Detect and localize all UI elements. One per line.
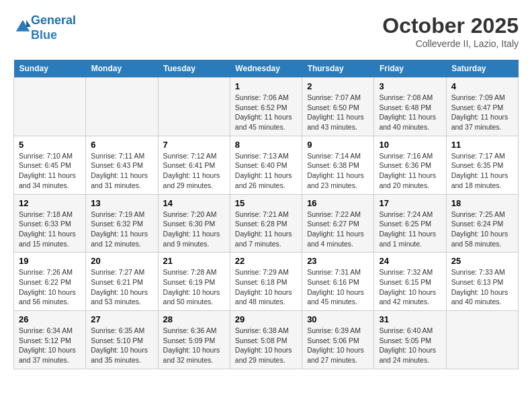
calendar-cell: 13Sunrise: 7:19 AMSunset: 6:32 PMDayligh… [86,194,158,253]
calendar-cell: 3Sunrise: 7:08 AMSunset: 6:48 PMDaylight… [374,78,446,136]
day-info: Sunrise: 7:17 AMSunset: 6:35 PMDaylight:… [451,151,513,191]
day-info: Sunrise: 7:21 AMSunset: 6:28 PMDaylight:… [235,210,297,249]
title-block: October 2025 Colleverde II, Lazio, Italy [382,13,519,49]
logo-line2: Blue [31,28,57,42]
day-number: 17 [379,198,441,208]
week-row-5: 26Sunrise: 6:34 AMSunset: 5:12 PMDayligh… [14,311,519,369]
day-number: 15 [235,198,297,208]
day-info: Sunrise: 7:10 AMSunset: 6:45 PMDaylight:… [19,151,81,191]
calendar-cell: 15Sunrise: 7:21 AMSunset: 6:28 PMDayligh… [230,194,302,253]
calendar-cell: 19Sunrise: 7:26 AMSunset: 6:22 PMDayligh… [14,253,86,311]
day-number: 4 [451,81,513,91]
weekday-header-friday: Friday [374,60,446,78]
day-info: Sunrise: 6:36 AMSunset: 5:09 PMDaylight:… [163,326,225,365]
calendar-cell: 17Sunrise: 7:24 AMSunset: 6:25 PMDayligh… [374,194,446,253]
week-row-1: 1Sunrise: 7:06 AMSunset: 6:52 PMDaylight… [14,78,519,136]
calendar-cell: 11Sunrise: 7:17 AMSunset: 6:35 PMDayligh… [446,136,518,194]
calendar-cell [14,78,86,136]
day-number: 25 [451,256,513,266]
calendar-cell: 30Sunrise: 6:39 AMSunset: 5:06 PMDayligh… [302,311,374,369]
calendar-cell: 20Sunrise: 7:27 AMSunset: 6:21 PMDayligh… [86,253,158,311]
location: Colleverde II, Lazio, Italy [382,38,519,49]
day-number: 18 [451,198,513,208]
day-number: 30 [307,314,369,324]
day-info: Sunrise: 7:33 AMSunset: 6:13 PMDaylight:… [451,267,513,307]
calendar-cell: 1Sunrise: 7:06 AMSunset: 6:52 PMDaylight… [230,78,302,136]
day-info: Sunrise: 7:28 AMSunset: 6:19 PMDaylight:… [163,267,225,307]
weekday-header-monday: Monday [86,60,158,78]
calendar-cell: 21Sunrise: 7:28 AMSunset: 6:19 PMDayligh… [158,253,230,311]
day-info: Sunrise: 7:32 AMSunset: 6:15 PMDaylight:… [379,267,441,307]
day-number: 27 [91,314,152,324]
calendar-cell: 8Sunrise: 7:13 AMSunset: 6:40 PMDaylight… [230,136,302,194]
calendar-cell [446,311,518,369]
weekday-header-sunday: Sunday [14,60,86,78]
logo-line1: General [31,13,76,27]
day-info: Sunrise: 7:25 AMSunset: 6:24 PMDaylight:… [451,210,513,249]
day-info: Sunrise: 7:08 AMSunset: 6:48 PMDaylight:… [379,93,441,132]
day-number: 6 [91,140,152,150]
calendar-cell: 23Sunrise: 7:31 AMSunset: 6:16 PMDayligh… [302,253,374,311]
weekday-header-saturday: Saturday [446,60,518,78]
day-info: Sunrise: 6:39 AMSunset: 5:06 PMDaylight:… [307,326,369,365]
calendar-cell: 18Sunrise: 7:25 AMSunset: 6:24 PMDayligh… [446,194,518,253]
calendar-cell: 10Sunrise: 7:16 AMSunset: 6:36 PMDayligh… [374,136,446,194]
calendar-cell: 28Sunrise: 6:36 AMSunset: 5:09 PMDayligh… [158,311,230,369]
week-row-3: 12Sunrise: 7:18 AMSunset: 6:33 PMDayligh… [14,194,519,253]
month-title: October 2025 [382,13,519,38]
calendar-cell: 31Sunrise: 6:40 AMSunset: 5:05 PMDayligh… [374,311,446,369]
day-info: Sunrise: 7:20 AMSunset: 6:30 PMDaylight:… [163,210,225,249]
day-number: 22 [235,256,297,266]
day-info: Sunrise: 7:13 AMSunset: 6:40 PMDaylight:… [235,151,297,191]
calendar-cell: 22Sunrise: 7:29 AMSunset: 6:18 PMDayligh… [230,253,302,311]
day-info: Sunrise: 7:27 AMSunset: 6:21 PMDaylight:… [91,267,152,307]
weekday-header-row: SundayMondayTuesdayWednesdayThursdayFrid… [14,60,519,78]
day-number: 10 [379,140,441,150]
calendar-table: SundayMondayTuesdayWednesdayThursdayFrid… [13,60,519,369]
logo: General Blue [13,13,76,42]
day-number: 2 [307,81,369,91]
calendar-cell: 16Sunrise: 7:22 AMSunset: 6:27 PMDayligh… [302,194,374,253]
weekday-header-tuesday: Tuesday [158,60,230,78]
calendar-cell: 26Sunrise: 6:34 AMSunset: 5:12 PMDayligh… [14,311,86,369]
calendar-cell: 25Sunrise: 7:33 AMSunset: 6:13 PMDayligh… [446,253,518,311]
day-number: 28 [163,314,225,324]
day-number: 1 [235,81,297,91]
calendar-cell: 6Sunrise: 7:11 AMSunset: 6:43 PMDaylight… [86,136,158,194]
day-number: 13 [91,198,152,208]
day-number: 5 [19,140,81,150]
logo-text: General Blue [31,13,76,42]
calendar-cell: 9Sunrise: 7:14 AMSunset: 6:38 PMDaylight… [302,136,374,194]
day-number: 26 [19,314,81,324]
day-info: Sunrise: 7:14 AMSunset: 6:38 PMDaylight:… [307,151,369,191]
day-info: Sunrise: 6:40 AMSunset: 5:05 PMDaylight:… [379,326,441,365]
calendar-cell: 12Sunrise: 7:18 AMSunset: 6:33 PMDayligh… [14,194,86,253]
calendar-cell: 27Sunrise: 6:35 AMSunset: 5:10 PMDayligh… [86,311,158,369]
day-number: 21 [163,256,225,266]
day-info: Sunrise: 7:24 AMSunset: 6:25 PMDaylight:… [379,210,441,249]
calendar-cell: 5Sunrise: 7:10 AMSunset: 6:45 PMDaylight… [14,136,86,194]
calendar-cell: 24Sunrise: 7:32 AMSunset: 6:15 PMDayligh… [374,253,446,311]
day-info: Sunrise: 7:09 AMSunset: 6:47 PMDaylight:… [451,93,513,132]
day-number: 11 [451,140,513,150]
week-row-2: 5Sunrise: 7:10 AMSunset: 6:45 PMDaylight… [14,136,519,194]
calendar-cell: 2Sunrise: 7:07 AMSunset: 6:50 PMDaylight… [302,78,374,136]
day-info: Sunrise: 7:16 AMSunset: 6:36 PMDaylight:… [379,151,441,191]
calendar-cell: 4Sunrise: 7:09 AMSunset: 6:47 PMDaylight… [446,78,518,136]
day-info: Sunrise: 7:19 AMSunset: 6:32 PMDaylight:… [91,210,152,249]
calendar-cell: 7Sunrise: 7:12 AMSunset: 6:41 PMDaylight… [158,136,230,194]
day-info: Sunrise: 7:22 AMSunset: 6:27 PMDaylight:… [307,210,369,249]
calendar-cell: 14Sunrise: 7:20 AMSunset: 6:30 PMDayligh… [158,194,230,253]
weekday-header-wednesday: Wednesday [230,60,302,78]
day-number: 12 [19,198,81,208]
weekday-header-thursday: Thursday [302,60,374,78]
day-number: 8 [235,140,297,150]
day-number: 20 [91,256,152,266]
day-number: 9 [307,140,369,150]
day-number: 16 [307,198,369,208]
logo-icon [15,19,31,35]
day-info: Sunrise: 7:18 AMSunset: 6:33 PMDaylight:… [19,210,81,249]
week-row-4: 19Sunrise: 7:26 AMSunset: 6:22 PMDayligh… [14,253,519,311]
day-number: 7 [163,140,225,150]
day-info: Sunrise: 6:35 AMSunset: 5:10 PMDaylight:… [91,326,152,365]
